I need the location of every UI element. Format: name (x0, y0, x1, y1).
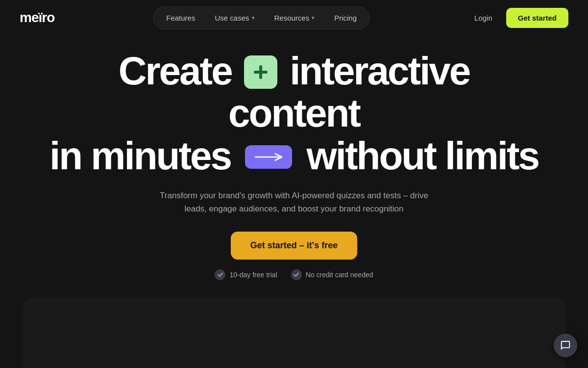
login-button[interactable]: Login (468, 10, 498, 26)
chat-icon (560, 340, 571, 351)
nav-resources[interactable]: Resources ▾ (266, 10, 324, 26)
cross-icon (244, 55, 277, 89)
nav-right: Login Get started (468, 8, 568, 28)
navbar: meïro Features Use cases ▾ Resources ▾ P… (0, 0, 588, 35)
chevron-down-icon: ▾ (312, 15, 315, 21)
trust-row: 10-day free trial No credit card needed (215, 269, 373, 280)
logo[interactable]: meïro (20, 10, 54, 26)
hero-section: Create interactive content in minutes wi… (0, 35, 588, 290)
nav-links: Features Use cases ▾ Resources ▾ Pricing (153, 6, 370, 29)
hero-title: Create interactive content in minutes wi… (49, 50, 539, 177)
check-icon (291, 269, 302, 280)
bottom-preview-card (22, 297, 566, 368)
nav-features[interactable]: Features (157, 10, 204, 26)
arrow-icon (245, 145, 292, 169)
get-started-nav-button[interactable]: Get started (506, 8, 568, 28)
chat-bubble-button[interactable] (554, 334, 577, 357)
nav-use-cases[interactable]: Use cases ▾ (206, 10, 263, 26)
chevron-down-icon: ▾ (252, 15, 255, 21)
nav-pricing[interactable]: Pricing (325, 10, 366, 26)
trust-no-cc: No credit card needed (291, 269, 373, 280)
hero-subtitle: Transform your brand's growth with AI-po… (157, 189, 431, 215)
svg-rect-1 (254, 71, 268, 74)
cta-button[interactable]: Get started – it's free (231, 232, 357, 260)
trust-trial: 10-day free trial (215, 269, 277, 280)
check-icon (215, 269, 225, 280)
